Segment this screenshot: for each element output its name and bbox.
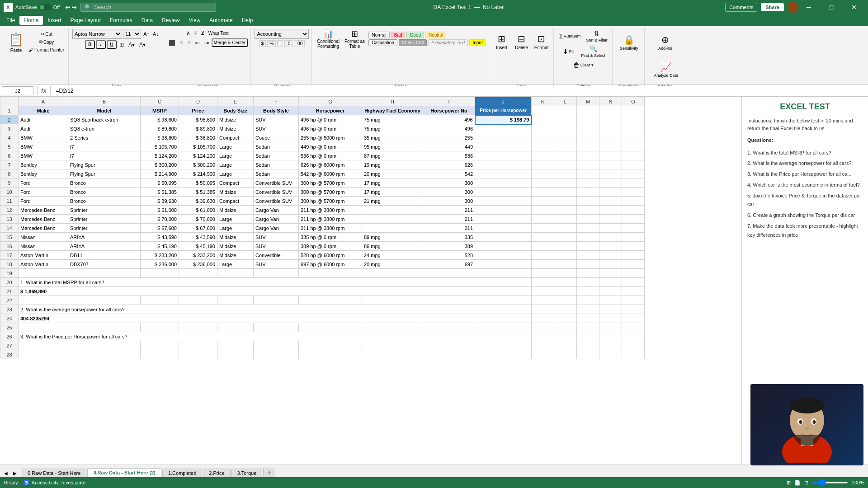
cell-e9[interactable]: Compact <box>217 178 254 188</box>
cell-e14[interactable]: Large <box>217 224 254 233</box>
cell-o15[interactable] <box>622 233 645 242</box>
cell-f15[interactable]: SUV <box>254 233 299 242</box>
font-face-select[interactable]: Aptos Narrow <box>72 29 122 39</box>
cell-m12[interactable] <box>577 206 599 215</box>
cell-a17[interactable]: Aston Martin <box>19 251 68 260</box>
cell-b11[interactable]: Bronco <box>68 197 141 206</box>
cell-g2[interactable]: 496 hp @ 0 rpm <box>299 115 362 124</box>
empty-cell[interactable] <box>179 350 217 359</box>
cell-e17[interactable]: Midsize <box>217 251 254 260</box>
cell-o5[interactable] <box>622 142 645 151</box>
redo-btn[interactable]: ↪ <box>71 4 77 11</box>
empty-cell[interactable] <box>475 341 532 350</box>
cell-e2[interactable]: Midsize <box>217 115 254 124</box>
format-as-table-btn[interactable]: ⊞ Format as Table <box>343 29 366 49</box>
cell-f12[interactable]: Cargo Van <box>254 206 299 215</box>
cell-ref-input[interactable]: J2 <box>2 86 33 95</box>
cell-e7[interactable]: Large <box>217 160 254 169</box>
cell-o3[interactable] <box>622 124 645 133</box>
cell-d13[interactable]: $ 70,000 <box>179 215 217 224</box>
currency-btn[interactable]: $ <box>259 40 266 47</box>
cell-b3[interactable]: SQ8 e-tron <box>68 124 141 133</box>
cell-o1[interactable] <box>622 106 645 115</box>
fill-color-btn[interactable]: A▾ <box>127 41 137 48</box>
empty-cell[interactable] <box>554 278 577 287</box>
autosave-area[interactable]: AutoSave Off <box>15 4 60 10</box>
empty-cell[interactable] <box>622 269 645 278</box>
cell-k11[interactable] <box>532 197 554 206</box>
cell-f8[interactable]: Sedan <box>254 169 299 178</box>
cell-c8[interactable]: $ 214,900 <box>141 169 179 178</box>
cell-o18[interactable] <box>622 260 645 269</box>
empty-cell[interactable] <box>599 269 622 278</box>
cell-d18[interactable]: $ 236,000 <box>179 260 217 269</box>
cell-n18[interactable] <box>599 260 622 269</box>
empty-cell[interactable] <box>532 323 554 332</box>
cell-b12[interactable]: Sprinter <box>68 206 141 215</box>
cell-o6[interactable] <box>622 151 645 160</box>
cell-l6[interactable] <box>554 151 577 160</box>
cell-n16[interactable] <box>599 242 622 251</box>
cell-k10[interactable] <box>532 188 554 197</box>
cell-g17[interactable]: 528 hp @ 6000 rpm <box>299 251 362 260</box>
cell-o14[interactable] <box>622 224 645 233</box>
cell-m3[interactable] <box>577 124 599 133</box>
cell-h10[interactable]: 17 mpg <box>362 188 423 197</box>
empty-cell[interactable] <box>68 323 141 332</box>
cell-k9[interactable] <box>532 178 554 188</box>
format-painter-button[interactable]: 🖌 Format Painter <box>28 47 66 53</box>
empty-cell[interactable] <box>599 323 622 332</box>
cell-k8[interactable] <box>532 169 554 178</box>
style-neutral[interactable]: Neutral <box>425 32 446 38</box>
cell-o9[interactable] <box>622 178 645 188</box>
cell-i12[interactable]: 211 <box>423 206 475 215</box>
cell-i4[interactable]: 255 <box>423 133 475 142</box>
col-header-i[interactable]: I <box>423 97 475 106</box>
cell-l7[interactable] <box>554 160 577 169</box>
cell-j16[interactable] <box>475 242 532 251</box>
header-make[interactable]: Make <box>19 106 68 115</box>
cell-l13[interactable] <box>554 215 577 224</box>
cell-e8[interactable]: Large <box>217 169 254 178</box>
cell-f11[interactable]: Convertible SUV <box>254 197 299 206</box>
empty-cell[interactable] <box>599 296 622 305</box>
cell-f10[interactable]: Convertible SUV <box>254 188 299 197</box>
empty-cell[interactable] <box>532 350 554 359</box>
maximize-button[interactable]: □ <box>821 0 842 14</box>
empty-cell[interactable] <box>532 332 554 341</box>
empty-cell[interactable] <box>254 350 299 359</box>
menu-formulas[interactable]: Formulas <box>105 16 137 25</box>
find-select-btn[interactable]: 🔍 Find & Select <box>580 44 608 59</box>
empty-cell[interactable] <box>362 269 423 278</box>
cell-j2[interactable]: $ 198.79 <box>475 115 532 124</box>
cell-g16[interactable]: 389 hp @ 0 rpm <box>299 242 362 251</box>
cell-i5[interactable]: 449 <box>423 142 475 151</box>
cell-e10[interactable]: Midsize <box>217 188 254 197</box>
cell-j6[interactable] <box>475 151 532 160</box>
cell-c18[interactable]: $ 236,000 <box>141 260 179 269</box>
menu-data[interactable]: Data <box>137 16 157 25</box>
tab-nav-next[interactable]: ▶ <box>11 469 19 477</box>
cell-o2[interactable] <box>622 115 645 124</box>
empty-cell[interactable] <box>622 350 645 359</box>
cell-n7[interactable] <box>599 160 622 169</box>
font-size-select[interactable]: 11 <box>123 29 141 39</box>
cell-b10[interactable]: Bronco <box>68 188 141 197</box>
cell-d7[interactable]: $ 300,200 <box>179 160 217 169</box>
cell-k17[interactable] <box>532 251 554 260</box>
cell-l8[interactable] <box>554 169 577 178</box>
font-color-btn[interactable]: A▾ <box>137 41 147 48</box>
cell-d17[interactable]: $ 233,200 <box>179 251 217 260</box>
col-header-d[interactable]: D <box>179 97 217 106</box>
cell-c3[interactable]: $ 89,800 <box>141 124 179 133</box>
cell-c7[interactable]: $ 300,200 <box>141 160 179 169</box>
sort-filter-btn[interactable]: ⇅ Sort & Filter <box>584 29 609 43</box>
cell-g4[interactable]: 255 hp @ 5000 rpm <box>299 133 362 142</box>
text-cell[interactable]: 1. What is the total MSRP for all cars? <box>19 278 532 287</box>
cell-a6[interactable]: BMW <box>19 151 68 160</box>
cell-m15[interactable] <box>577 233 599 242</box>
empty-cell[interactable] <box>532 341 554 350</box>
empty-cell[interactable] <box>19 350 68 359</box>
insert-cells-btn[interactable]: ⊞ Insert <box>493 29 511 54</box>
cell-f16[interactable]: SUV <box>254 242 299 251</box>
